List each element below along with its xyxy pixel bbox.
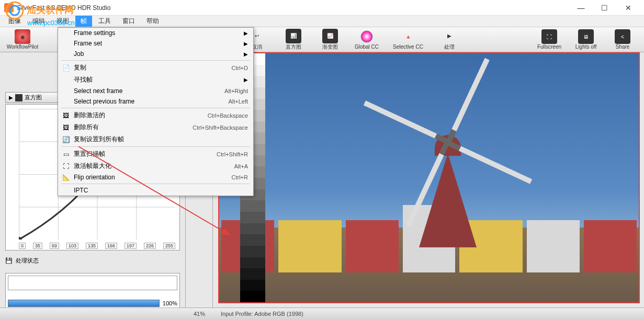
submenu-arrow-icon: ▶ <box>244 41 248 47</box>
progress-bar <box>8 300 160 307</box>
menu-item-寻找帧[interactable]: 寻找帧▶ <box>58 74 253 86</box>
submenu-arrow-icon: ▶ <box>244 77 248 83</box>
tick-value: 35 <box>33 243 42 249</box>
menu-item-label: Frame settings <box>74 29 115 37</box>
selectivecc-icon: 🔺 <box>400 29 416 44</box>
menu-item-icon: 🔄 <box>61 135 71 144</box>
expand-icon: ▶ <box>9 95 13 100</box>
submenu-arrow-icon: ▶ <box>244 30 248 36</box>
fullscreen-icon: ⛶ <box>541 29 557 44</box>
progress-percent: 100% <box>163 300 177 306</box>
menu-item-label: Frame set <box>74 40 102 47</box>
gradient-button[interactable]: 📈 渐变图 <box>314 29 346 51</box>
tick-value: 103 <box>66 243 78 249</box>
menu-item-shortcut: Ctrl+Shift+R <box>217 151 248 157</box>
menu-item-select-next-frame[interactable]: Select next frameAlt+Right <box>58 86 253 96</box>
menu-item-icon: 📐 <box>61 173 71 182</box>
menu-item-icon: 🖼 <box>61 123 71 132</box>
status-bar: 41% Input Profile: Adobe RGB (1998) <box>0 307 644 319</box>
menu-item-label: IPTC <box>74 187 88 194</box>
menu-item-shortcut: Alt+A <box>234 163 248 169</box>
menu-item-删除激活的[interactable]: 🖼删除激活的Ctrl+Backspace <box>58 109 253 121</box>
menu-item-label: 激活帧最大化 <box>74 162 111 170</box>
lightsoff-icon: 🖥 <box>578 29 594 44</box>
menu-窗口[interactable]: 窗口 <box>117 16 140 27</box>
image-frame <box>218 52 640 303</box>
selectivecc-button[interactable]: 🔺 Selective CC <box>387 29 429 50</box>
share-button[interactable]: < Share <box>606 29 639 50</box>
menu-item-label: Flip orientation <box>74 174 115 181</box>
process-button[interactable]: ▶ 处理 <box>433 29 466 51</box>
input-profile: Input Profile: Adobe RGB (1998) <box>221 311 303 317</box>
workflowpilot-button[interactable]: ◉ WorkflowPilot <box>6 29 39 50</box>
menu-item-复制[interactable]: 📄复制Ctrl+D <box>58 62 253 74</box>
tick-value: 197 <box>125 243 137 249</box>
menu-item-label: Select next frame <box>74 87 122 95</box>
tick-value: 69 <box>50 243 59 249</box>
menu-item-frame-set[interactable]: Frame set▶ <box>58 38 253 49</box>
menu-item-frame-settings[interactable]: Frame settings▶ <box>58 28 253 38</box>
menu-item-job[interactable]: Job▶ <box>58 49 253 59</box>
menu-item-删除所有[interactable]: 🖼删除所有Ctrl+Shift+Backspace <box>58 121 253 133</box>
frame-menu: Frame settings▶Frame set▶Job▶📄复制Ctrl+D寻找… <box>58 27 254 196</box>
zoom-level: 41% <box>194 311 205 317</box>
menu-item-flip-orientation[interactable]: 📐Flip orientationCtrl+R <box>58 172 253 183</box>
menu-视图[interactable]: 视图 <box>51 16 74 27</box>
progress-panel: 100% <box>5 273 180 310</box>
share-icon: < <box>615 29 630 44</box>
menu-编辑[interactable]: 编辑 <box>27 16 50 27</box>
menu-item-icon: ⛶ <box>61 162 71 171</box>
histogram-small-icon <box>15 94 22 101</box>
menu-item-复制设置到所有帧[interactable]: 🔄复制设置到所有帧 <box>58 133 253 145</box>
histogram-icon: 📊 <box>286 29 301 43</box>
menu-帧[interactable]: 帧 <box>75 16 92 27</box>
menu-item-激活帧最大化[interactable]: ⛶激活帧最大化Alt+A <box>58 160 253 172</box>
menu-item-shortcut: Ctrl+D <box>232 65 248 71</box>
menu-item-shortcut: Ctrl+Backspace <box>208 112 248 119</box>
globalcc-button[interactable]: Global CC <box>351 29 383 50</box>
menu-工具[interactable]: 工具 <box>93 16 116 27</box>
menu-item-重置扫描帧[interactable]: ▭重置扫描帧Ctrl+Shift+R <box>58 148 253 160</box>
menu-item-shortcut: Ctrl+R <box>232 174 248 180</box>
fullscreen-button[interactable]: ⛶ Fullscreen <box>533 29 566 50</box>
menu-item-shortcut: Alt+Left <box>228 98 248 105</box>
menu-item-shortcut: Ctrl+Shift+Backspace <box>193 124 248 131</box>
menu-item-label: 删除激活的 <box>74 111 105 120</box>
windmill <box>396 101 500 247</box>
tick-value: 255 <box>163 243 175 249</box>
image-viewer[interactable] <box>213 52 644 307</box>
menu-item-shortcut: Alt+Right <box>224 88 248 94</box>
process-icon: ▶ <box>442 29 457 43</box>
tick-value: 135 <box>86 243 98 249</box>
menu-item-label: Job <box>74 50 84 58</box>
minimize-button[interactable]: — <box>569 0 593 16</box>
menu-bar: 图像编辑视图帧工具窗口帮助 <box>0 16 644 27</box>
close-button[interactable]: ✕ <box>616 0 640 16</box>
menu-帮助[interactable]: 帮助 <box>141 16 164 27</box>
histogram-button[interactable]: 📊 直方图 <box>277 29 310 51</box>
window-titlebar: SilverFast 8.8 DEMO HDR Studio — ☐ ✕ <box>0 0 644 16</box>
menu-item-label: 寻找帧 <box>74 75 93 84</box>
menu-item-label: 删除所有 <box>74 123 99 132</box>
app-icon <box>4 3 14 13</box>
tick-value: 226 <box>144 243 156 249</box>
tick-value: 0 <box>19 243 26 249</box>
process-status: 💾 处理状态 <box>5 257 180 265</box>
window-title: SilverFast 8.8 DEMO HDR Studio <box>17 4 569 12</box>
maximize-button[interactable]: ☐ <box>593 0 616 16</box>
menu-item-iptc[interactable]: IPTC <box>58 185 253 196</box>
lightsoff-button[interactable]: 🖥 Lights off <box>570 29 602 50</box>
menu-item-select-previous-frame[interactable]: Select previous frameAlt+Left <box>58 96 253 107</box>
menu-item-icon: ▭ <box>61 150 71 159</box>
menu-item-label: 复制设置到所有帧 <box>74 135 124 144</box>
menu-item-icon: 📄 <box>61 63 71 73</box>
gradient-icon: 📈 <box>322 29 338 43</box>
globalcc-icon <box>359 29 375 44</box>
menu-item-label: 复制 <box>74 63 86 72</box>
menu-item-icon: 🖼 <box>61 111 71 120</box>
menu-图像[interactable]: 图像 <box>3 16 26 27</box>
menu-item-label: Select previous frame <box>74 98 134 105</box>
status-icon: 💾 <box>5 257 13 264</box>
menu-item-label: 重置扫描帧 <box>74 150 105 158</box>
tick-value: 166 <box>105 243 117 249</box>
